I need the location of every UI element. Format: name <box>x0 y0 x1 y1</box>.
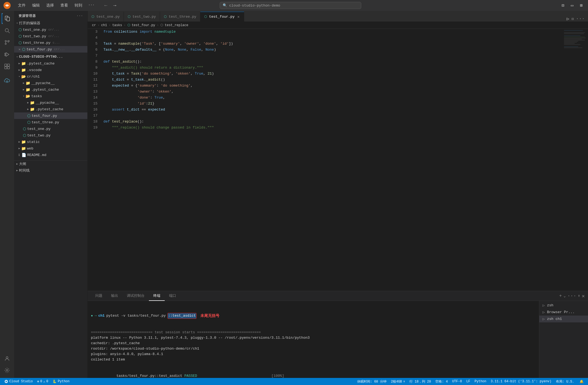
error-icon: ⊗ <box>37 380 39 384</box>
file-test-two[interactable]: ⬡ test_two.py <box>14 132 87 139</box>
terminal-browser-pr[interactable]: ▷ Browser Pr... <box>539 309 588 316</box>
command-search[interactable]: 🔍 cloud-studio-python-demo <box>220 2 361 9</box>
terminal-main[interactable]: ● → ch1 pytest -v tasks/test_four.py::te… <box>88 301 539 378</box>
tab-close-button[interactable]: ✕ <box>237 14 240 19</box>
file-test-three[interactable]: ⬡ test_three.py <box>14 119 87 126</box>
sidebar-more-icon[interactable]: ··· <box>76 14 83 18</box>
tab-test-one[interactable]: ⬡ test_one.py <box>88 12 124 22</box>
breadcrumb-file-icon: ⬡ <box>127 23 130 27</box>
status-python-env[interactable]: 🐍 Python <box>50 380 72 384</box>
open-editors-arrow: ▾ <box>16 22 18 25</box>
python-tab-icon: ⬡ <box>91 15 94 19</box>
customize-layout-button[interactable]: ⊞ <box>578 2 585 9</box>
status-interpreter[interactable]: 3.11.1 64-bit ('3.11.1': pyenv) <box>489 380 554 383</box>
activity-search[interactable] <box>2 25 13 36</box>
status-spaces[interactable]: 空格: 4 <box>433 379 450 384</box>
status-bell[interactable]: 🔔 <box>577 380 586 384</box>
svg-rect-2 <box>7 17 10 21</box>
panel-more-icon[interactable]: ··· <box>567 293 576 299</box>
file-test-one[interactable]: ⬡ test_one.py <box>14 126 87 132</box>
panel-nav-icon[interactable]: ⌄ <box>564 294 566 298</box>
file-readme[interactable]: ℹ 📄 README.md <box>14 152 87 158</box>
menu-select[interactable]: 选择 <box>44 2 57 9</box>
tab-test-four[interactable]: ⬡ test_four.py ✕ <box>200 12 244 22</box>
folder-web[interactable]: ▶ 📁 web <box>14 145 87 152</box>
activity-source-control[interactable] <box>2 37 13 48</box>
split-editor-icon[interactable]: ⊟ <box>571 17 574 21</box>
folder-cr-ch1[interactable]: ▾ 📂 cr/ch1 <box>14 73 87 80</box>
code-content[interactable]: from collections import namedtuple Task … <box>101 29 564 291</box>
status-language[interactable]: Python <box>472 380 488 383</box>
folder-pycache-1[interactable]: ▶ 📁 __pycache__ <box>14 80 87 86</box>
toggle-panel-button[interactable]: ▭ <box>569 2 576 9</box>
terminal-zsh-1[interactable]: ▷ zsh <box>539 302 588 309</box>
activity-account[interactable] <box>2 353 13 364</box>
breadcrumb-cr[interactable]: cr <box>92 23 96 27</box>
panel-tab-problems[interactable]: 问题 <box>91 291 107 301</box>
open-editors-header[interactable]: ▾ 打开的编辑器 <box>14 20 87 26</box>
folder-pytest-cache[interactable]: ▶ 📁 .pytest_cache <box>14 60 87 67</box>
timeline-header[interactable]: ▶ 时间线 <box>14 167 87 174</box>
folder-vscode[interactable]: ▶ 📁 .vscode <box>14 67 87 73</box>
status-cores[interactable]: 2核4GB ⬆ <box>389 379 407 384</box>
panel-tab-ports[interactable]: 端口 <box>165 291 180 301</box>
outline-header[interactable]: ▶ 大纲 <box>14 161 87 167</box>
more-icon[interactable]: ··· <box>576 16 585 22</box>
status-cloud-studio[interactable]: Cloud Studio <box>2 380 35 383</box>
menu-more[interactable]: ··· <box>86 2 97 9</box>
code-editor[interactable]: 3 4 5 6 7 8 9 10 11 12 13 14 15 16 17 18… <box>88 29 588 291</box>
open-file-test-one[interactable]: ⬡ test_one.py cr/... <box>14 26 87 33</box>
terminal-label: Browser Pr... <box>547 310 574 314</box>
tab-test-three[interactable]: ⬡ test_three.py <box>160 12 200 22</box>
breadcrumb-tasks[interactable]: tasks <box>112 23 122 27</box>
nav-back-button[interactable]: ← <box>102 2 109 9</box>
terminal-prompt: ● → ch1 pytest -v tasks/test_four.py::te… <box>91 313 536 319</box>
panel-maximize-icon[interactable]: ⬆ <box>578 294 580 298</box>
folder-pytest-cache-3[interactable]: ▶ 📁 .pytest_cache <box>14 106 87 112</box>
folder-pycache-2[interactable]: ▶ 📁 __pycache__ <box>14 99 87 106</box>
terminal-zsh-2[interactable]: ▷ zsh ch1 <box>539 316 588 322</box>
status-errors[interactable]: ⊗ 0 ⚠ 0 <box>35 380 50 384</box>
outline-section: ▶ 大纲 ▶ 时间线 <box>14 160 87 174</box>
split-editor-button[interactable]: ⊟ <box>559 2 566 9</box>
menu-goto[interactable]: 转到 <box>72 2 85 9</box>
menu-file[interactable]: 文件 <box>15 2 28 9</box>
status-encoding[interactable]: UTF-8 <box>450 380 464 383</box>
activity-cloud[interactable] <box>2 75 13 86</box>
tab-label: test_two.py <box>133 15 156 19</box>
panel-close-icon[interactable]: ✕ <box>582 293 585 299</box>
status-sleep-time[interactable]: 休眠时间: 60 分钟 <box>355 379 389 384</box>
breadcrumb-symbol[interactable]: test_replace <box>165 23 188 27</box>
status-layout[interactable]: 布局: U.S. <box>554 379 576 384</box>
file-test-four[interactable]: ⬡ test_four.py <box>14 112 87 119</box>
svg-line-4 <box>8 32 10 33</box>
close-icon[interactable]: ✕ <box>19 47 20 51</box>
breadcrumb-file[interactable]: test_four.py <box>132 23 155 27</box>
panel-tab-debug[interactable]: 调试控制台 <box>122 291 149 301</box>
status-line-ending[interactable]: LF <box>464 380 472 383</box>
run-icon[interactable]: ▷ <box>567 16 569 22</box>
tab-test-two[interactable]: ⬡ test_two.py <box>124 12 160 22</box>
folder-tasks[interactable]: ▾ 📂 tasks <box>14 93 87 99</box>
activity-extensions[interactable] <box>2 61 13 72</box>
folder-arrow: ▶ <box>19 68 20 72</box>
open-file-test-two[interactable]: ⬡ test_two.py cr/... <box>14 33 87 39</box>
menu-view[interactable]: 查看 <box>58 2 71 9</box>
folder-pytest-cache-2[interactable]: ▶ 📁 .pytest_cache <box>14 86 87 93</box>
panel-tab-terminal[interactable]: 终端 <box>149 291 165 301</box>
breadcrumb-ch1[interactable]: ch1 <box>101 23 107 27</box>
folder-static[interactable]: ▶ 📁 static <box>14 139 87 145</box>
activity-settings[interactable] <box>2 365 13 376</box>
nav-forward-button[interactable]: → <box>111 2 118 9</box>
activity-run-debug[interactable] <box>2 49 13 60</box>
panel-tab-output[interactable]: 输出 <box>107 291 122 301</box>
activity-explorer[interactable] <box>2 13 13 24</box>
open-file-test-three[interactable]: ⬡ test_three.py c... <box>14 39 87 46</box>
terminal-icon: ▷ <box>543 310 545 314</box>
add-terminal-icon[interactable]: + <box>559 294 562 298</box>
line-numbers: 3 4 5 6 7 8 9 10 11 12 13 14 15 16 17 18… <box>88 29 101 291</box>
status-position[interactable]: 行 18，列 20 <box>407 379 433 384</box>
menu-edit[interactable]: 编辑 <box>29 2 42 9</box>
project-root[interactable]: ▾ CLOUD-STUDIO-PYTHO... <box>14 54 87 60</box>
open-file-test-four[interactable]: ✕ ⬡ test_four.py cr/... <box>14 46 87 53</box>
